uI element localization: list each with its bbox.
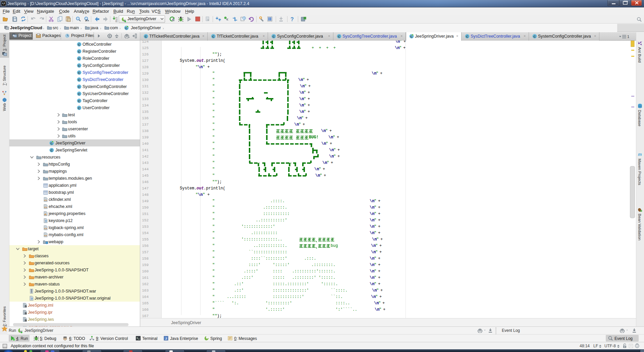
svg-text:C: C	[338, 35, 340, 38]
svg-text:J: J	[165, 337, 167, 340]
svg-text:?: ?	[290, 16, 294, 22]
svg-text:C: C	[145, 35, 147, 38]
svg-text:?: ?	[45, 220, 47, 223]
svg-text:C: C	[78, 106, 80, 110]
svg-text:C: C	[78, 99, 80, 103]
svg-text:C: C	[466, 35, 469, 38]
svg-text:C: C	[212, 35, 215, 38]
svg-text:C: C	[78, 43, 80, 46]
svg-text:C: C	[78, 78, 80, 82]
svg-text:<>: <>	[44, 199, 47, 202]
svg-text:C: C	[534, 35, 536, 38]
svg-text:C: C	[78, 64, 80, 68]
svg-text:1: 1	[627, 35, 629, 39]
svg-text:C: C	[78, 57, 80, 60]
svg-text:C: C	[78, 92, 80, 96]
svg-text:A: A	[85, 19, 88, 22]
svg-text:?: ?	[31, 297, 33, 301]
svg-text:C: C	[273, 35, 275, 38]
svg-text:<>: <>	[44, 227, 47, 230]
svg-text:01: 01	[115, 20, 118, 22]
svg-text:B: B	[13, 34, 14, 37]
svg-text:C: C	[78, 50, 80, 53]
svg-text:C: C	[51, 148, 53, 152]
svg-text:<>: <>	[44, 234, 47, 237]
svg-text:<>: <>	[44, 206, 47, 209]
svg-text:C: C	[78, 85, 80, 89]
svg-text:C: C	[78, 71, 80, 75]
